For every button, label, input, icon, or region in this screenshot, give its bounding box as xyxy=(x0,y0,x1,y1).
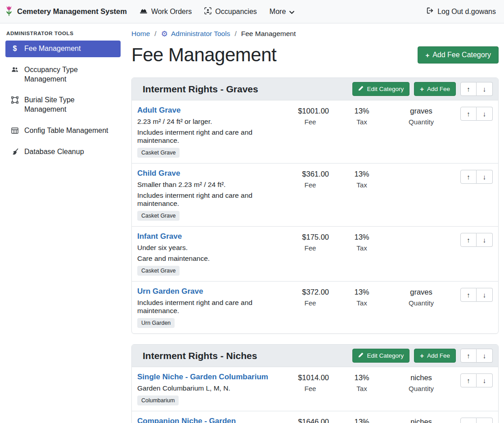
fee-reorder-buttons: ↑ ↓ xyxy=(460,373,493,387)
arrow-down-icon: ↓ xyxy=(483,236,486,244)
fee-tax: 13% xyxy=(337,107,387,115)
breadcrumb-admin-tools-link[interactable]: ⚙ Administrator Tools xyxy=(161,30,230,38)
sidebar: Administrator Tools $ Fee Management Occ… xyxy=(0,23,126,423)
sidebar-item-occupancy-type[interactable]: Occupancy Type Management xyxy=(5,62,121,88)
fee-type-badge: Casket Grave xyxy=(137,266,180,276)
fee-amount: $175.00 xyxy=(289,233,332,241)
move-category-up-button[interactable]: ↑ xyxy=(460,349,477,363)
plus-icon: + xyxy=(420,352,424,359)
fee-reorder-buttons: ↑ ↓ xyxy=(460,107,493,121)
add-fee-category-button[interactable]: + Add Fee Category xyxy=(418,46,499,64)
move-fee-down-button[interactable]: ↓ xyxy=(477,373,493,387)
occupancy-viewfinder-icon xyxy=(204,7,212,16)
fee-tax: 13% xyxy=(337,170,387,178)
fee-type-badge: Urn Garden xyxy=(137,318,175,328)
fee-quantity: niches xyxy=(392,418,450,423)
fee-tax-label: Tax xyxy=(337,385,387,392)
plus-icon: + xyxy=(425,52,429,59)
sidebar-item-burial-site-type[interactable]: Burial Site Type Management xyxy=(5,92,121,118)
main-content: Home / ⚙ Administrator Tools / Fee Manag… xyxy=(126,23,504,423)
fee-info: Single Niche - Garden Columbarium Garden… xyxy=(137,373,284,405)
nav-work-orders[interactable]: Work Orders xyxy=(140,8,192,16)
move-fee-down-button[interactable]: ↓ xyxy=(477,107,493,121)
fee-name-link[interactable]: Adult Grave xyxy=(137,106,180,115)
fee-amount-column: $175.00 Fee xyxy=(289,232,332,252)
sidebar-item-fee-management[interactable]: $ Fee Management xyxy=(5,41,121,57)
sidebar-item-config-table[interactable]: Config Table Management xyxy=(5,123,121,139)
fee-name-link[interactable]: Child Grave xyxy=(137,169,180,178)
move-fee-down-button[interactable]: ↓ xyxy=(477,288,493,302)
fee-quantity-column xyxy=(392,169,450,170)
fee-row-adult-grave: Adult Grave 2.23 m² / 24 ft² or larger. … xyxy=(132,100,498,163)
add-fee-button[interactable]: + Add Fee xyxy=(414,349,456,363)
edit-category-button[interactable]: Edit Category xyxy=(352,349,410,363)
fee-category-card-niches: Interment Rights - Niches Edit Category … xyxy=(131,344,499,423)
sidebar-item-database-cleanup[interactable]: Database Cleanup xyxy=(5,144,121,160)
fee-amount: $1646.00 xyxy=(289,418,332,423)
category-reorder-buttons: ↑ ↓ xyxy=(460,349,493,363)
category-reorder-buttons: ↑ ↓ xyxy=(460,82,493,96)
arrow-down-icon: ↓ xyxy=(483,173,486,181)
chevron-down-icon xyxy=(289,8,294,16)
fee-amount-column: $372.00 Fee xyxy=(289,287,332,307)
fee-quantity-column: graves Quantity xyxy=(392,287,450,307)
fee-info: Child Grave Smaller than 2.23 m² / 24 ft… xyxy=(137,169,284,221)
logout-link[interactable]: Log Out d.gowans xyxy=(426,7,496,16)
edit-category-button[interactable]: Edit Category xyxy=(352,82,410,96)
move-category-down-button[interactable]: ↓ xyxy=(477,82,493,96)
fee-quantity: graves xyxy=(392,288,450,296)
nav-occupancies[interactable]: Occupancies xyxy=(204,7,257,16)
move-fee-up-button[interactable]: ↑ xyxy=(460,288,477,302)
fee-info: Adult Grave 2.23 m² / 24 ft² or larger. … xyxy=(137,106,284,158)
fee-quantity-column xyxy=(392,232,450,233)
breadcrumb-home-link[interactable]: Home xyxy=(131,30,150,38)
arrow-down-icon: ↓ xyxy=(483,291,486,299)
arrow-down-icon: ↓ xyxy=(483,352,486,359)
arrow-down-icon: ↓ xyxy=(483,421,486,423)
move-fee-up-button[interactable]: ↑ xyxy=(460,418,477,423)
move-fee-up-button[interactable]: ↑ xyxy=(460,170,477,184)
move-category-up-button[interactable]: ↑ xyxy=(460,82,477,96)
fee-reorder-buttons: ↑ ↓ xyxy=(460,418,493,423)
hard-hat-icon xyxy=(140,8,148,16)
arrow-down-icon: ↓ xyxy=(483,85,486,93)
fee-quantity: niches xyxy=(392,373,450,382)
category-title: Interment Rights - Niches xyxy=(143,350,348,361)
fee-tax-label: Tax xyxy=(337,244,387,252)
move-fee-down-button[interactable]: ↓ xyxy=(477,233,493,247)
arrow-up-icon: ↑ xyxy=(467,352,470,359)
fee-name-link[interactable]: Companion Niche - Garden Columbarium xyxy=(137,417,284,423)
move-category-down-button[interactable]: ↓ xyxy=(477,349,493,363)
fee-type-badge: Casket Grave xyxy=(137,211,180,221)
add-fee-button[interactable]: + Add Fee xyxy=(414,82,456,96)
fee-quantity-label: Quantity xyxy=(392,385,450,392)
fee-description: Includes interment right and care and ma… xyxy=(137,191,284,208)
page-title: Fee Management xyxy=(131,44,276,66)
fee-name-link[interactable]: Urn Garden Grave xyxy=(137,287,203,296)
fee-description: Garden Columbarium L, M, N. xyxy=(137,384,284,392)
fee-row-single-niche: Single Niche - Garden Columbarium Garden… xyxy=(132,367,498,411)
fee-amount: $1001.00 xyxy=(289,107,332,115)
logout-icon xyxy=(426,7,434,16)
move-fee-down-button[interactable]: ↓ xyxy=(477,418,493,423)
move-fee-up-button[interactable]: ↑ xyxy=(460,233,477,247)
arrow-up-icon: ↑ xyxy=(467,421,470,423)
fee-tax: 13% xyxy=(337,418,387,423)
fee-name-link[interactable]: Single Niche - Garden Columbarium xyxy=(137,373,268,382)
fee-quantity-label: Quantity xyxy=(392,299,450,307)
fee-amount-label: Fee xyxy=(289,181,332,189)
move-fee-up-button[interactable]: ↑ xyxy=(460,107,477,121)
category-title: Interment Rights - Graves xyxy=(143,84,348,95)
fee-amount: $1014.00 xyxy=(289,373,332,382)
move-fee-down-button[interactable]: ↓ xyxy=(477,170,493,184)
users-icon xyxy=(10,66,20,73)
dollar-icon: $ xyxy=(10,45,20,52)
table-icon xyxy=(10,127,20,134)
fee-name-link[interactable]: Infant Grave xyxy=(137,232,182,241)
pencil-icon xyxy=(358,86,364,92)
nav-more[interactable]: More xyxy=(270,8,294,16)
fee-quantity: graves xyxy=(392,107,450,115)
fee-row-infant-grave: Infant Grave Under six years. Care and m… xyxy=(132,226,498,281)
move-fee-up-button[interactable]: ↑ xyxy=(460,373,477,387)
fee-reorder-buttons: ↑ ↓ xyxy=(460,170,493,184)
